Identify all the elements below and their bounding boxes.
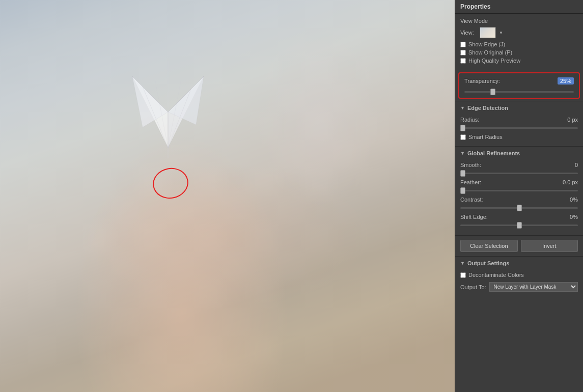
smooth-value: 0 [575,162,578,168]
contrast-slider-row [460,204,578,210]
properties-panel: Properties View Mode View: ▼ Show Edge (… [455,0,583,392]
output-settings-section: ▼ Output Settings Decontaminate Colors O… [455,256,583,296]
feather-slider[interactable] [460,190,578,191]
output-settings-header[interactable]: ▼ Output Settings [455,257,583,270]
high-quality-label: High Quality Preview [468,58,520,64]
feather-value: 0.0 px [563,179,578,185]
smooth-label: Smooth: [460,162,481,168]
show-edge-checkbox[interactable] [460,42,466,47]
shift-edge-slider[interactable] [460,225,578,226]
view-mode-label: View Mode [460,18,578,24]
show-original-checkbox[interactable] [460,50,466,55]
high-quality-checkbox[interactable] [460,58,466,64]
butterfly-subject [102,46,234,178]
radius-label: Radius: [460,117,479,123]
show-edge-label: Show Edge (J) [468,41,505,47]
action-buttons-row: Clear Selection Invert [455,235,583,256]
output-to-row: Output To: New Layer with Layer Mask [460,282,578,292]
transparency-section: Transparency: 25% [458,72,580,99]
contrast-row: Contrast: 0% [460,197,578,203]
edge-detection-collapse-icon: ▼ [460,105,465,110]
view-dropdown-arrow-icon[interactable]: ▼ [499,31,503,35]
global-refinements-label: Global Refinements [467,150,520,156]
global-refinements-header[interactable]: ▼ Global Refinements [455,147,583,160]
output-settings-content: Decontaminate Colors Output To: New Laye… [455,270,583,296]
edge-detection-label: Edge Detection [467,105,508,111]
global-refinements-collapse-icon: ▼ [460,151,465,156]
high-quality-row[interactable]: High Quality Preview [460,58,578,64]
view-label: View: [460,30,477,36]
invert-button[interactable]: Invert [521,240,578,252]
transparency-label: Transparency: [464,78,500,84]
feather-label: Feather: [460,179,481,185]
panel-header: Properties [455,0,583,14]
output-settings-label: Output Settings [467,260,510,266]
global-refinements-section: ▼ Global Refinements Smooth: 0 Feather: … [455,146,583,235]
global-refinements-content: Smooth: 0 Feather: 0.0 px Contrast: 0% [455,160,583,235]
view-row: View: ▼ [460,27,578,38]
decontaminate-checkbox[interactable] [460,272,466,278]
output-to-label: Output To: [460,284,486,290]
shift-edge-value: 0% [570,214,578,220]
transparency-row: Transparency: 25% [464,77,574,85]
feather-slider-row [460,186,578,192]
edge-detection-header[interactable]: ▼ Edge Detection [455,101,583,115]
view-thumbnail[interactable] [480,27,496,38]
show-edge-row[interactable]: Show Edge (J) [460,41,578,47]
transparency-slider[interactable] [464,91,574,93]
radius-slider[interactable] [460,127,578,129]
shift-edge-row: Shift Edge: 0% [460,214,578,220]
contrast-slider[interactable] [460,207,578,209]
smart-radius-label: Smart Radius [468,134,503,140]
smart-radius-checkbox[interactable] [460,134,466,140]
edge-detection-section: ▼ Edge Detection Radius: 0 px Smart Radi… [455,101,583,146]
radius-slider-row [460,124,578,130]
canvas-area [0,0,455,392]
output-settings-collapse-icon: ▼ [460,261,465,266]
contrast-value: 0% [570,197,578,203]
output-to-dropdown[interactable]: New Layer with Layer Mask [489,282,578,292]
smooth-slider[interactable] [460,173,578,174]
show-original-label: Show Original (P) [468,49,512,55]
shift-edge-slider-row [460,221,578,227]
show-original-row[interactable]: Show Original (P) [460,49,578,55]
feather-row: Feather: 0.0 px [460,179,578,185]
contrast-label: Contrast: [460,197,483,203]
transparency-value[interactable]: 25% [558,77,574,85]
radius-value: 0 px [567,117,578,123]
smooth-slider-row [460,169,578,175]
smooth-row: Smooth: 0 [460,162,578,168]
view-mode-section: View Mode View: ▼ Show Edge (J) Show Ori… [455,14,583,70]
shift-edge-label: Shift Edge: [460,214,488,220]
clear-selection-button[interactable]: Clear Selection [460,240,518,252]
panel-title: Properties [460,3,490,10]
smart-radius-row[interactable]: Smart Radius [460,134,578,140]
decontaminate-label: Decontaminate Colors [468,272,524,278]
edge-detection-content: Radius: 0 px Smart Radius [455,115,583,146]
radius-row: Radius: 0 px [460,117,578,123]
decontaminate-row[interactable]: Decontaminate Colors [460,272,578,278]
